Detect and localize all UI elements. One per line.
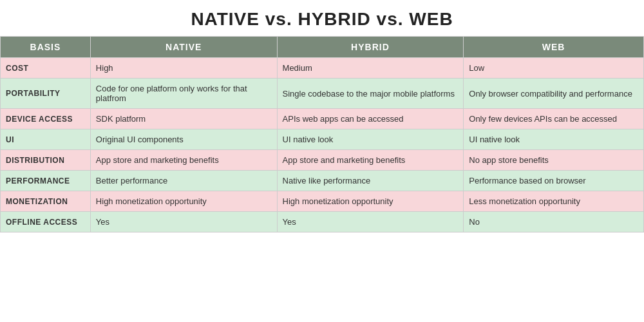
cell-basis: OFFLINE ACCESS bbox=[1, 212, 91, 232]
cell-native: Code for one platform only works for tha… bbox=[90, 79, 277, 109]
table-row: OFFLINE ACCESSYesYesNo bbox=[1, 212, 644, 232]
cell-basis: PERFORMANCE bbox=[1, 171, 91, 191]
cell-basis: MONETIZATION bbox=[1, 191, 91, 212]
cell-web: Performance based on browser bbox=[464, 171, 644, 191]
cell-hybrid: APIs web apps can be accessed bbox=[277, 109, 464, 129]
cell-native: SDK platform bbox=[90, 109, 277, 129]
cell-web: UI native look bbox=[464, 129, 644, 150]
cell-hybrid: UI native look bbox=[277, 129, 464, 150]
cell-web: No bbox=[464, 212, 644, 232]
table-row: MONETIZATIONHigh monetization opportunit… bbox=[1, 191, 644, 212]
table-row: PORTABILITYCode for one platform only wo… bbox=[1, 79, 644, 109]
cell-native: High monetization opportunity bbox=[90, 191, 277, 212]
table-row: UIOriginal UI componentsUI native lookUI… bbox=[1, 129, 644, 150]
cell-native: Original UI components bbox=[90, 129, 277, 150]
page-title: NATIVE vs. HYBRID vs. WEB bbox=[0, 0, 644, 36]
cell-hybrid: Native like performance bbox=[277, 171, 464, 191]
cell-basis: DISTRIBUTION bbox=[1, 150, 91, 171]
cell-basis: UI bbox=[1, 129, 91, 150]
table-row: PERFORMANCEBetter performanceNative like… bbox=[1, 171, 644, 191]
header-native: NATIVE bbox=[90, 37, 277, 58]
cell-basis: COST bbox=[1, 58, 91, 79]
table-row: DISTRIBUTIONApp store and marketing bene… bbox=[1, 150, 644, 171]
table-row: DEVICE ACCESSSDK platformAPIs web apps c… bbox=[1, 109, 644, 129]
cell-hybrid: Single codebase to the major mobile plat… bbox=[277, 79, 464, 109]
cell-native: Yes bbox=[90, 212, 277, 232]
cell-web: No app store benefits bbox=[464, 150, 644, 171]
cell-native: Better performance bbox=[90, 171, 277, 191]
cell-web: Low bbox=[464, 58, 644, 79]
table-header-row: BASIS NATIVE HYBRID WEB bbox=[1, 37, 644, 58]
cell-basis: DEVICE ACCESS bbox=[1, 109, 91, 129]
header-hybrid: HYBRID bbox=[277, 37, 464, 58]
cell-hybrid: Yes bbox=[277, 212, 464, 232]
header-web: WEB bbox=[464, 37, 644, 58]
cell-hybrid: Medium bbox=[277, 58, 464, 79]
header-basis: BASIS bbox=[1, 37, 91, 58]
cell-web: Less monetization opportunity bbox=[464, 191, 644, 212]
table-row: COSTHighMediumLow bbox=[1, 58, 644, 79]
cell-web: Only few devices APIs can be accessed bbox=[464, 109, 644, 129]
cell-native: High bbox=[90, 58, 277, 79]
cell-hybrid: App store and marketing benefits bbox=[277, 150, 464, 171]
cell-basis: PORTABILITY bbox=[1, 79, 91, 109]
cell-web: Only browser compatibility and performan… bbox=[464, 79, 644, 109]
cell-native: App store and marketing benefits bbox=[90, 150, 277, 171]
cell-hybrid: High monetization opportunity bbox=[277, 191, 464, 212]
